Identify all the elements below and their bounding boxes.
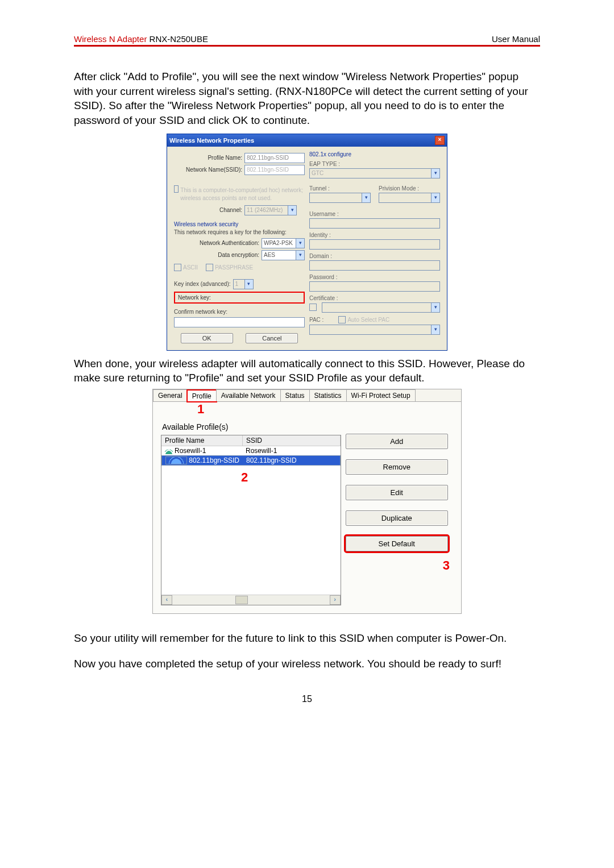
- tab-wifi-protect-setup[interactable]: Wi-Fi Protect Setup: [346, 389, 416, 401]
- keyindex-label: Key index (advanced):: [174, 280, 231, 288]
- list-item[interactable]: 802.11bgn-SSID 802.11bgn-SSID: [161, 455, 341, 466]
- chevron-down-icon[interactable]: ▾: [296, 239, 304, 248]
- profile-panel: General Profile Available Network Status…: [152, 389, 462, 614]
- dialog-title-text: Wireless Network Properties: [169, 137, 254, 144]
- available-profiles-label: Available Profile(s): [162, 422, 341, 431]
- header-right: User Manual: [492, 34, 540, 44]
- requires-key-text: This network requires a key for the foll…: [174, 229, 305, 236]
- auth-select[interactable]: WPA2-PSK ▾: [262, 238, 305, 248]
- wifi-icon: [165, 456, 187, 464]
- ok-button[interactable]: OK: [181, 333, 233, 343]
- wireless-network-properties-dialog: Wireless Network Properties × Profile Na…: [167, 134, 447, 351]
- identity-label: Identity :: [309, 232, 440, 238]
- domain-label: Domain :: [309, 253, 440, 259]
- paragraph-4: Now you have completed the setup of your…: [74, 657, 540, 671]
- autopac-checkbox: [338, 316, 346, 323]
- tab-statistics[interactable]: Statistics: [309, 389, 347, 401]
- encryption-label: Data encryption:: [174, 252, 262, 258]
- encryption-value: AES: [262, 251, 296, 260]
- passphrase-label: PASSPHRASE: [215, 264, 253, 271]
- scrollbar-thumb[interactable]: [235, 596, 248, 604]
- scroll-right-icon[interactable]: ›: [330, 595, 341, 605]
- adhoc-text: This is a computer-to-computer(ad hoc) n…: [180, 186, 305, 202]
- certificate-label: Certificate :: [309, 295, 440, 301]
- edit-button[interactable]: Edit: [346, 485, 448, 500]
- callout-3: 3: [346, 558, 453, 573]
- eap-type-select: GTC ▾: [309, 168, 440, 178]
- network-key-label: Network key:: [178, 294, 211, 301]
- header-left: Wireless N Adapter RNX-N250UBE: [74, 34, 208, 44]
- encryption-select[interactable]: AES ▾: [262, 250, 305, 260]
- certificate-checkbox: [309, 304, 317, 311]
- tab-profile[interactable]: Profile: [187, 390, 217, 402]
- network-name-label: Network Name(SSID):: [174, 167, 244, 173]
- eap-type-value: GTC: [310, 169, 431, 178]
- product-name-red: Wireless N Adapter: [74, 34, 147, 44]
- profile-list: Profile Name SSID Rosewill-1 Rosewill-1 …: [161, 435, 341, 605]
- identity-input: [309, 239, 440, 250]
- network-name-input[interactable]: 802.11bgn-SSID: [244, 165, 305, 175]
- passphrase-checkbox: [206, 264, 213, 271]
- pac-label: PAC :: [309, 317, 323, 323]
- horizontal-scrollbar[interactable]: ‹ ›: [161, 595, 341, 605]
- chevron-down-icon: ▾: [288, 206, 296, 215]
- row-ssid: 802.11bgn-SSID: [243, 456, 340, 465]
- network-key-highlight: Network key:: [174, 292, 305, 304]
- duplicate-button[interactable]: Duplicate: [346, 510, 448, 526]
- list-header: Profile Name SSID: [161, 435, 341, 446]
- tab-general[interactable]: General: [153, 389, 188, 401]
- chevron-down-icon: ▾: [431, 303, 439, 312]
- provision-mode-label: Privision Mode :: [379, 185, 440, 192]
- profile-name-label: Profile Name:: [174, 155, 244, 161]
- paragraph-3: So your utility will remember for the fu…: [74, 631, 540, 646]
- close-icon[interactable]: ×: [435, 136, 445, 145]
- list-item[interactable]: Rosewill-1 Rosewill-1: [161, 446, 341, 455]
- tunnel-select: ▾: [309, 193, 371, 203]
- pac-select: ▾: [309, 325, 440, 335]
- channel-select: 11 (2462MHz) ▾: [244, 205, 297, 215]
- confirm-key-input[interactable]: [174, 317, 305, 327]
- row-name: Rosewill-1: [175, 447, 206, 455]
- auth-label: Network Authentication:: [174, 240, 262, 246]
- auth-value: WPA2-PSK: [262, 239, 296, 248]
- wifi-icon: [165, 447, 173, 454]
- provision-mode-select: ▾: [379, 193, 440, 203]
- row-name: 802.11bgn-SSID: [189, 456, 239, 464]
- ascii-checkbox: [174, 264, 181, 271]
- dialog-titlebar: Wireless Network Properties ×: [167, 134, 447, 147]
- chevron-down-icon[interactable]: ▾: [296, 251, 304, 260]
- channel-value: 11 (2462MHz): [245, 206, 288, 215]
- chevron-down-icon: ▾: [244, 280, 253, 289]
- certificate-select: ▾: [322, 302, 440, 313]
- tunnel-label: Tunnel :: [309, 185, 371, 192]
- chevron-down-icon: ▾: [431, 193, 439, 202]
- page-header: Wireless N Adapter RNX-N250UBE User Manu…: [74, 34, 540, 47]
- 8021x-section-title: 802.1x configure: [309, 151, 440, 157]
- username-input: [309, 218, 440, 229]
- eap-type-label: EAP TYPE :: [309, 161, 440, 167]
- tab-status[interactable]: Status: [280, 389, 310, 401]
- chevron-down-icon: ▾: [362, 193, 370, 202]
- confirm-key-label: Confirm network key:: [174, 308, 305, 316]
- callout-2: 2: [241, 470, 248, 485]
- tab-available-network[interactable]: Available Network: [216, 389, 281, 401]
- paragraph-1: After click "Add to Profile", you will s…: [74, 69, 540, 128]
- domain-input: [309, 260, 440, 271]
- security-section-label: Wireless network security: [174, 221, 305, 227]
- cancel-button[interactable]: Cancel: [246, 333, 298, 343]
- profile-name-input[interactable]: 802.11bgn-SSID: [244, 153, 305, 163]
- password-label: Password :: [309, 274, 440, 280]
- chevron-down-icon: ▾: [431, 169, 439, 178]
- add-button[interactable]: Add: [346, 434, 448, 449]
- autopac-label: Auto Select PAC: [347, 317, 389, 323]
- username-label: Username :: [309, 211, 440, 217]
- password-input: [309, 281, 440, 292]
- scroll-left-icon[interactable]: ‹: [161, 595, 172, 605]
- paragraph-2: When done, your wireless adapter will au…: [74, 356, 540, 385]
- remove-button[interactable]: Remove: [346, 459, 448, 475]
- col-profile-name[interactable]: Profile Name: [161, 435, 243, 446]
- chevron-down-icon: ▾: [431, 325, 439, 334]
- row-ssid: Rosewill-1: [242, 446, 341, 455]
- col-ssid[interactable]: SSID: [243, 435, 341, 446]
- set-default-button[interactable]: Set Default: [346, 536, 448, 551]
